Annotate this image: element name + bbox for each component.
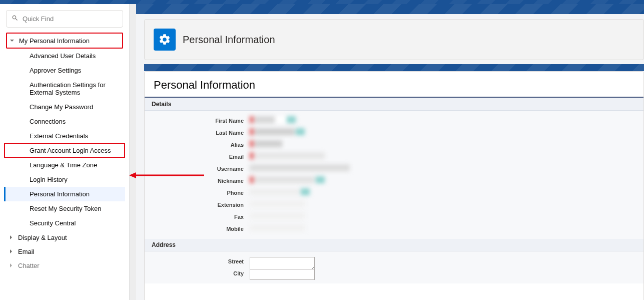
content-card: Personal Information Details First Name … bbox=[144, 71, 644, 300]
field-label: Phone bbox=[145, 190, 250, 196]
search-icon bbox=[12, 15, 19, 23]
city-input[interactable] bbox=[250, 269, 315, 280]
field-value-redacted bbox=[250, 116, 375, 125]
sidebar-item-personal-information[interactable]: Personal Information bbox=[4, 187, 125, 201]
sidebar-group-items: Advanced User Details Approver Settings … bbox=[4, 49, 125, 230]
sidebar-group-my-personal-info[interactable]: My Personal Information bbox=[7, 34, 122, 48]
field-label: Fax bbox=[145, 214, 250, 220]
field-label: Nickname bbox=[145, 178, 250, 184]
field-row-street: Street bbox=[145, 255, 643, 267]
gear-icon bbox=[154, 29, 176, 51]
chevron-right-icon bbox=[7, 261, 15, 269]
sidebar-item-security-central[interactable]: Security Central bbox=[4, 216, 125, 230]
field-label: Username bbox=[145, 166, 250, 172]
sidebar-group-label: My Personal Information bbox=[19, 37, 90, 45]
field-row-fax: Fax bbox=[145, 211, 643, 223]
field-label: Alias bbox=[145, 142, 250, 148]
chevron-down-icon bbox=[8, 37, 16, 45]
field-value bbox=[250, 257, 375, 266]
field-value-redacted bbox=[250, 212, 375, 221]
main-content: Personal Information Personal Informatio… bbox=[136, 4, 644, 300]
sidebar-item-reset-security-token[interactable]: Reset My Security Token bbox=[4, 201, 125, 216]
content-title: Personal Information bbox=[145, 79, 643, 97]
decorative-wave-mid bbox=[144, 64, 644, 71]
page-header: Personal Information bbox=[144, 19, 644, 60]
field-label: First Name bbox=[145, 118, 250, 124]
sidebar-group-display-layout[interactable]: Display & Layout bbox=[4, 230, 125, 244]
field-value-redacted bbox=[250, 224, 375, 233]
sidebar-scrollbar[interactable] bbox=[129, 4, 136, 300]
section-header-details: Details bbox=[145, 98, 643, 111]
field-value-redacted bbox=[250, 128, 375, 137]
field-label: City bbox=[145, 270, 250, 276]
section-address: Address Street City bbox=[145, 239, 643, 283]
field-value-redacted bbox=[250, 152, 375, 161]
field-row-nickname: Nickname bbox=[145, 175, 643, 187]
sidebar-item-advanced-user-details[interactable]: Advanced User Details bbox=[4, 49, 125, 63]
field-value-redacted bbox=[250, 188, 375, 197]
section-details: Details First Name Last Name bbox=[145, 97, 643, 239]
field-value bbox=[250, 269, 375, 278]
field-label: Last Name bbox=[145, 130, 250, 136]
sidebar-group-label: Chatter bbox=[18, 262, 40, 269]
field-row-username: Username bbox=[145, 163, 643, 175]
field-row-mobile: Mobile bbox=[145, 223, 643, 235]
section-header-address: Address bbox=[145, 239, 643, 251]
sidebar-group-label: Email bbox=[18, 248, 35, 255]
sidebar-group-highlight: My Personal Information bbox=[6, 33, 123, 49]
sidebar-group-email[interactable]: Email bbox=[4, 244, 125, 258]
field-row-first-name: First Name bbox=[145, 115, 643, 127]
field-value-redacted bbox=[250, 164, 375, 173]
sidebar-item-language-timezone[interactable]: Language & Time Zone bbox=[4, 158, 125, 172]
field-value-redacted bbox=[250, 176, 375, 185]
field-label: Email bbox=[145, 154, 250, 160]
field-value-redacted bbox=[250, 140, 375, 149]
field-row-email: Email bbox=[145, 151, 643, 163]
sidebar-item-approver-settings[interactable]: Approver Settings bbox=[4, 63, 125, 78]
field-value-redacted bbox=[250, 200, 375, 209]
decorative-wave-top bbox=[136, 4, 644, 14]
chevron-right-icon bbox=[7, 247, 15, 255]
top-banner-strip bbox=[0, 0, 644, 4]
sidebar-item-external-credentials[interactable]: External Credentials bbox=[4, 129, 125, 143]
sidebar-item-login-history[interactable]: Login History bbox=[4, 172, 125, 187]
quick-find-search[interactable] bbox=[6, 10, 123, 28]
field-label: Extension bbox=[145, 202, 250, 208]
address-body: Street City bbox=[145, 251, 643, 283]
field-label: Mobile bbox=[145, 226, 250, 232]
field-label: Street bbox=[145, 258, 250, 264]
field-row-last-name: Last Name bbox=[145, 127, 643, 139]
sidebar-item-grant-login-access[interactable]: Grant Account Login Access bbox=[4, 143, 125, 158]
sidebar-item-change-password[interactable]: Change My Password bbox=[4, 100, 125, 114]
app-layout: My Personal Information Advanced User De… bbox=[0, 4, 644, 300]
sidebar-group-chatter[interactable]: Chatter bbox=[4, 258, 125, 272]
quick-find-input[interactable] bbox=[23, 15, 118, 23]
details-body: First Name Last Name Alias bbox=[145, 111, 643, 239]
field-row-phone: Phone bbox=[145, 187, 643, 199]
chevron-right-icon bbox=[7, 233, 15, 241]
field-row-extension: Extension bbox=[145, 199, 643, 211]
sidebar-item-auth-settings-external[interactable]: Authentication Settings for External Sys… bbox=[4, 78, 125, 100]
settings-sidebar: My Personal Information Advanced User De… bbox=[0, 4, 129, 300]
sidebar-group-label: Display & Layout bbox=[18, 234, 67, 241]
field-row-city: City bbox=[145, 267, 643, 279]
page-title: Personal Information bbox=[183, 34, 275, 46]
field-row-alias: Alias bbox=[145, 139, 643, 151]
sidebar-item-connections[interactable]: Connections bbox=[4, 114, 125, 129]
